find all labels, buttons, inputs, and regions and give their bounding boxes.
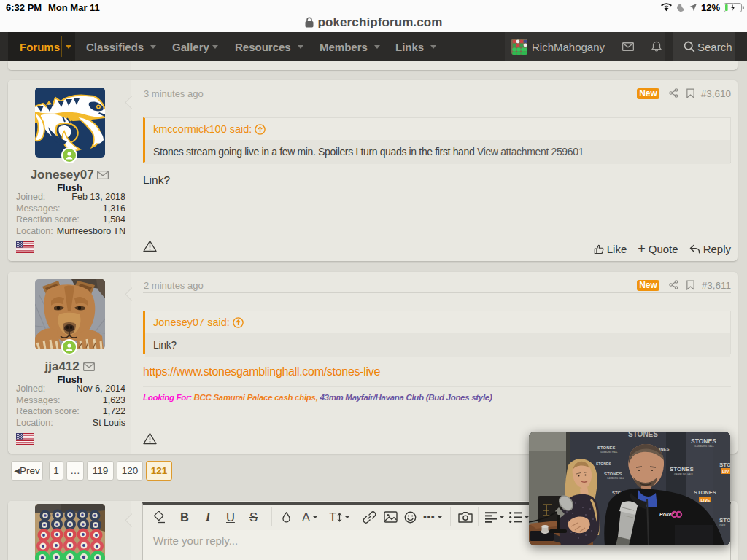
svg-text:STONES: STONES (694, 489, 716, 496)
svg-text:GAMBLING HALL: GAMBLING HALL (694, 445, 714, 448)
svg-text:STO: STO (719, 517, 730, 524)
svg-text:LIVE: LIVE (701, 498, 711, 502)
svg-text:LIV: LIV (722, 470, 729, 474)
svg-text:STONES: STONES (604, 472, 622, 476)
svg-text:STONES: STONES (597, 446, 616, 450)
svg-text:STONES: STONES (596, 462, 611, 466)
svg-text:GAM: GAM (719, 524, 725, 527)
svg-text:STONES: STONES (691, 438, 716, 445)
svg-text:GAMBLING HALL: GAMBLING HALL (607, 477, 624, 480)
svg-text:STO: STO (719, 462, 730, 468)
svg-text:STONES: STONES (628, 432, 658, 438)
svg-text:GAMBLING HALL: GAMBLING HALL (674, 473, 694, 476)
svg-text:STONES: STONES (670, 466, 694, 472)
svg-text:GAMBLING HALL: GAMBLING HALL (600, 451, 618, 454)
